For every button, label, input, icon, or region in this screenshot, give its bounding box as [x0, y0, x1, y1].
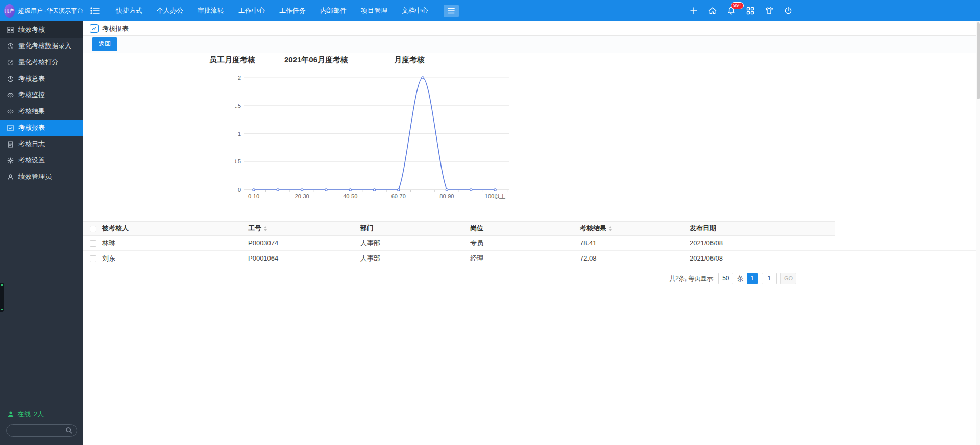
brand: 用户 超级用户 -华天演示平台 [0, 4, 83, 18]
sidebar-item-9[interactable]: 考核设置 [0, 152, 83, 169]
select-all-checkbox[interactable] [90, 226, 96, 232]
sidebar-item-10[interactable]: 绩效管理员 [0, 169, 83, 185]
row-checkbox-cell [83, 251, 102, 266]
sidebar-item-5[interactable]: 考核监控 [0, 87, 83, 103]
breadcrumb-bar: 考核报表 [83, 21, 980, 36]
svg-text:0.5: 0.5 [235, 158, 241, 165]
home-icon[interactable] [707, 6, 718, 16]
sidebar-item-label: 考核结果 [18, 107, 45, 116]
sidebar-item-label: 量化考核打分 [18, 58, 58, 67]
cell-id: P0001064 [248, 251, 360, 266]
skin-icon[interactable] [764, 6, 774, 16]
breadcrumb: 考核报表 [102, 24, 129, 33]
clock-icon [7, 43, 14, 50]
sidebar-item-8[interactable]: 考核日志 [0, 136, 83, 152]
apps-icon[interactable] [745, 6, 755, 16]
col-post: 岗位 [470, 222, 580, 236]
sidebar-bottom: 在线 2人 [0, 410, 83, 437]
cell-date: 2021/06/08 [690, 251, 835, 266]
page-size-input[interactable] [718, 273, 733, 284]
pie-icon [7, 76, 14, 82]
page-button-1[interactable]: 1 [747, 273, 758, 284]
app-logo: 用户 [4, 4, 15, 18]
cell-name: 林琳 [102, 236, 248, 251]
nav-item-5[interactable]: 工作任务 [272, 0, 313, 21]
sidebar-search [6, 424, 77, 437]
row-checkbox-cell [83, 236, 102, 251]
sidebar-item-label: 量化考核数据录入 [18, 41, 71, 51]
sidebar-drag-handle[interactable] [0, 283, 4, 312]
cell-dept: 人事部 [360, 236, 470, 251]
cell-date: 2021/06/08 [690, 236, 835, 251]
row-checkbox[interactable] [90, 255, 96, 262]
eye-icon [7, 92, 14, 99]
score-icon [7, 59, 14, 66]
user-icon [7, 174, 14, 180]
sidebar-item-2[interactable]: 量化考核数据录入 [0, 38, 83, 54]
doc-icon [7, 141, 14, 148]
nav-item-7[interactable]: 项目管理 [354, 0, 395, 21]
sidebar-item-label: 考核监控 [18, 90, 45, 100]
go-button[interactable]: GO [780, 273, 796, 284]
nav-item-8[interactable]: 文档中心 [395, 0, 435, 21]
sidebar-item-label: 绩效管理员 [18, 172, 52, 181]
sidebar-item-label: 考核报表 [18, 123, 45, 132]
svg-text:0: 0 [238, 186, 241, 193]
top-nav: 快捷方式个人办公审批流转工作中心工作任务内部邮件项目管理文档中心 [109, 0, 435, 21]
sidebar-item-4[interactable]: 考核总表 [0, 71, 83, 87]
svg-text:0-10: 0-10 [248, 193, 259, 199]
col-score[interactable]: 考核结果 [580, 222, 690, 236]
nav-item-1[interactable]: 快捷方式 [109, 0, 150, 21]
grid-icon [7, 27, 14, 33]
header-checkbox-cell [83, 222, 102, 236]
sidebar-item-label: 绩效考核 [18, 25, 45, 34]
sidebar-item-1[interactable]: 绩效考核 [0, 21, 83, 38]
cell-id: P0003074 [248, 236, 360, 251]
user-online-icon [7, 411, 14, 418]
table-header: 被考核人工号部门岗位考核结果发布日期 [83, 222, 980, 236]
toolbar: 返回 [83, 36, 980, 53]
col-date: 发布日期 [690, 222, 835, 236]
cell-dept: 人事部 [360, 251, 470, 266]
vertical-scrollbar[interactable] [976, 21, 980, 445]
nav-item-6[interactable]: 内部邮件 [313, 0, 354, 21]
sidebar-item-3[interactable]: 量化考核打分 [0, 54, 83, 71]
sort-icon[interactable] [609, 226, 612, 231]
sidebar-item-6[interactable]: 考核结果 [0, 103, 83, 120]
chart-panel: 员工月度考核 2021年06月度考核 月度考核 00.511.520-1020-… [83, 53, 980, 221]
col-name: 被考核人 [102, 222, 248, 236]
back-button[interactable]: 返回 [92, 37, 117, 51]
nav-item-3[interactable]: 审批流转 [190, 0, 231, 21]
sidebar-item-label: 考核总表 [18, 74, 45, 83]
scrollbar-thumb[interactable] [977, 22, 980, 99]
chart-icon [7, 125, 14, 131]
sidebar-item-label: 考核设置 [18, 156, 45, 165]
svg-text:40-50: 40-50 [343, 193, 357, 199]
sort-icon[interactable] [264, 226, 267, 231]
nav-more-button[interactable] [444, 5, 459, 17]
table-body: 林琳P0003074人事部专员78.412021/06/08刘东P0001064… [83, 236, 980, 266]
svg-text:60-70: 60-70 [391, 193, 406, 199]
svg-text:2: 2 [238, 75, 241, 81]
search-icon [65, 427, 73, 434]
online-count: 2人 [34, 410, 44, 419]
row-checkbox[interactable] [90, 240, 96, 247]
chart-subtitle: 2021年06月度考核 [284, 55, 348, 65]
sidebar-item-7[interactable]: 考核报表 [0, 120, 83, 136]
nav-item-2[interactable]: 个人办公 [150, 0, 190, 21]
power-icon[interactable] [783, 6, 793, 16]
nav-item-4[interactable]: 工作中心 [231, 0, 272, 21]
menu-list-icon[interactable] [90, 7, 101, 15]
gear-icon [7, 157, 14, 164]
goto-page-input[interactable] [762, 273, 777, 284]
plus-icon[interactable] [689, 6, 699, 16]
chart-title: 员工月度考核 [209, 55, 255, 65]
results-table: 被考核人工号部门岗位考核结果发布日期 林琳P0003074人事部专员78.412… [83, 221, 980, 266]
col-dept: 部门 [360, 222, 470, 236]
cell-score: 72.08 [580, 251, 690, 266]
cell-score: 78.41 [580, 236, 690, 251]
line-chart: 00.511.520-1020-3040-5060-7080-90100以上 [235, 72, 521, 207]
sidebar-menu: 绩效考核量化考核数据录入量化考核打分考核总表考核监控考核结果考核报表考核日志考核… [0, 21, 83, 185]
bell-icon[interactable]: 99+ [726, 6, 737, 16]
col-id[interactable]: 工号 [248, 222, 360, 236]
